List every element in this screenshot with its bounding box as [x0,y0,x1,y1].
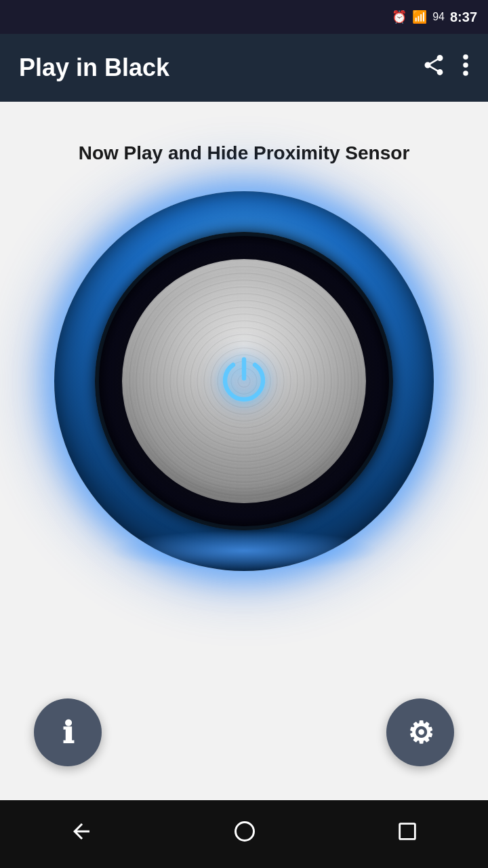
recent-apps-button[interactable] [396,820,419,848]
svg-point-2 [463,71,468,76]
nav-bar [0,800,488,868]
bottom-buttons: ℹ ⚙ [0,698,488,766]
middle-dark-ring [95,232,393,530]
outer-glow-ring [54,191,434,571]
app-title: Play in Black [19,54,169,82]
svg-point-4 [235,823,253,841]
info-button[interactable]: ℹ [34,698,102,766]
home-button[interactable] [232,819,257,849]
status-bar: ⏰ 📶 94 8:37 [0,0,488,34]
battery-indicator: 94 [432,11,445,23]
alarm-icon: ⏰ [392,9,407,24]
instruction-text: Now Play and Hide Proximity Sensor [52,142,437,164]
bottom-glow-reflection [108,530,380,571]
app-bar-actions [422,53,469,83]
power-icon [217,354,271,408]
status-icons: ⏰ 📶 94 8:37 [392,9,477,25]
svg-point-1 [463,62,468,68]
status-time: 8:37 [450,9,477,25]
more-options-icon[interactable] [462,53,469,83]
gear-icon: ⚙ [407,715,434,750]
main-content: Now Play and Hide Proximity Sensor [0,102,488,800]
share-icon[interactable] [422,53,446,83]
inner-metallic-knob[interactable] [122,259,366,503]
info-icon: ℹ [62,715,74,750]
back-button[interactable] [69,819,94,849]
app-bar: Play in Black [0,34,488,102]
svg-point-0 [463,54,468,60]
signal-icon: 📶 [412,9,427,24]
svg-rect-5 [399,824,415,840]
power-button-container[interactable] [54,191,434,571]
settings-button[interactable]: ⚙ [386,698,454,766]
